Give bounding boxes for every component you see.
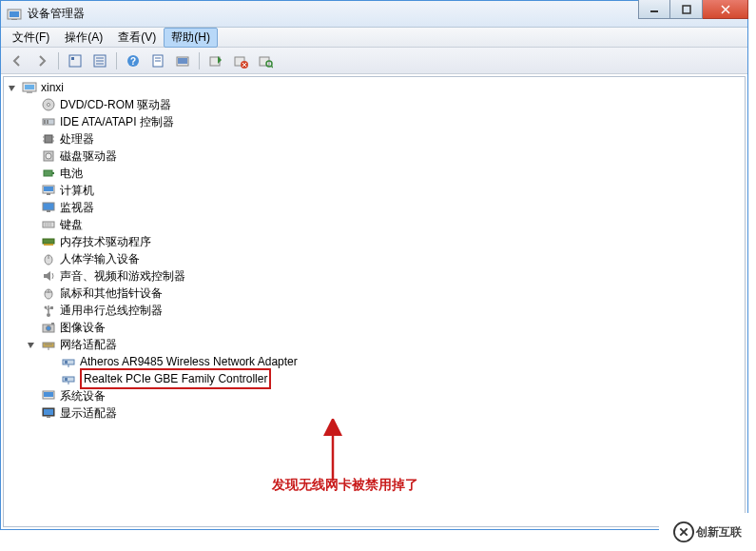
svg-rect-64 (51, 323, 54, 325)
tree-root-node[interactable]: xinxi (8, 79, 741, 96)
svg-rect-40 (52, 172, 54, 174)
svg-rect-1 (10, 11, 19, 17)
tree-category[interactable]: 磁盘驱动器 (8, 148, 741, 165)
close-button[interactable] (703, 0, 748, 19)
annotation-arrow (314, 419, 352, 485)
svg-rect-69 (65, 361, 68, 364)
svg-rect-32 (45, 135, 52, 143)
svg-rect-45 (47, 210, 50, 212)
hid-icon (41, 251, 56, 266)
tree-label: 键盘 (60, 216, 83, 233)
svg-rect-43 (47, 193, 50, 195)
tree-category[interactable]: 键盘 (8, 216, 741, 233)
tree-category[interactable]: 声音、视频和游戏控制器 (8, 267, 741, 285)
battery-icon (41, 166, 56, 181)
svg-rect-46 (43, 222, 54, 227)
svg-rect-25 (25, 85, 34, 89)
tree-label: 处理器 (60, 130, 94, 148)
sound-icon (41, 268, 56, 284)
svg-line-23 (271, 66, 273, 68)
tree-label: 内存技术驱动程序 (60, 233, 151, 250)
svg-rect-78 (47, 416, 50, 418)
scan-icon (258, 53, 273, 69)
monitor-icon (41, 200, 56, 215)
tree-label: 鼠标和其他指针设备 (60, 285, 163, 302)
svg-rect-71 (63, 377, 74, 382)
tree-category[interactable]: 鼠标和其他指针设备 (8, 285, 741, 302)
tree-category[interactable]: 内存技术驱动程序 (8, 233, 741, 250)
device-manager-icon (7, 7, 22, 22)
nav-fwd-button[interactable] (30, 50, 53, 71)
tree-category[interactable]: 显示适配器 (8, 404, 741, 422)
tree-label: 电池 (60, 165, 83, 182)
nav-back-icon (10, 53, 25, 69)
menubar: 文件(F) 操作(A) 查看(V) 帮助(H) (1, 28, 747, 48)
minimize-button[interactable] (638, 0, 670, 19)
uninstall-icon (233, 53, 248, 69)
svg-rect-30 (44, 120, 46, 124)
keyboard-icon (41, 217, 56, 232)
tree-device[interactable]: Realtek PCIe GBE Family Controller (8, 370, 741, 387)
svg-rect-3 (650, 10, 658, 12)
svg-rect-77 (44, 409, 53, 415)
help-button[interactable]: ? (122, 50, 145, 71)
nav-back-button[interactable] (6, 50, 29, 71)
display-icon (41, 405, 56, 421)
menu-action[interactable]: 操作(A) (57, 28, 110, 48)
tree-category[interactable]: 图像设备 (8, 319, 741, 336)
tree-label: 通用串行总线控制器 (60, 302, 163, 319)
svg-rect-72 (65, 378, 68, 381)
properties-button[interactable] (146, 50, 169, 71)
uninstall-button[interactable] (229, 50, 252, 71)
tree-category[interactable]: DVD/CD-ROM 驱动器 (8, 96, 741, 113)
menu-view[interactable]: 查看(V) (110, 28, 164, 48)
tree-label: Realtek PCIe GBE Family Controller (80, 368, 271, 389)
svg-rect-49 (43, 239, 54, 244)
annotation-text: 发现无线网卡被禁用掉了 (272, 477, 418, 494)
device-tree[interactable]: xinxiDVD/CD-ROM 驱动器IDE ATA/ATAPI 控制器处理器磁… (3, 76, 746, 527)
watermark-logo-icon (673, 521, 694, 542)
properties-icon (150, 53, 165, 69)
titlebar[interactable]: 设备管理器 (1, 1, 747, 28)
svg-rect-75 (44, 392, 53, 397)
tree-category[interactable]: 监视器 (8, 199, 741, 216)
tree-category[interactable]: IDE ATA/ATAPI 控制器 (8, 113, 741, 130)
tree-category[interactable]: 网络适配器 (8, 336, 741, 353)
usb-icon (41, 303, 56, 318)
tree-category[interactable]: 计算机 (8, 182, 741, 199)
nic-icon (61, 371, 76, 386)
tree-category[interactable]: 人体学输入设备 (8, 250, 741, 267)
svg-rect-50 (44, 244, 53, 246)
refresh-button[interactable] (171, 50, 194, 71)
tree-category[interactable]: 处理器 (8, 130, 741, 148)
help-icon: ? (126, 53, 141, 69)
enable-button[interactable] (204, 50, 227, 71)
show-hidden-button[interactable] (64, 50, 87, 71)
svg-text:?: ? (130, 56, 136, 67)
tree-category[interactable]: 通用串行总线控制器 (8, 302, 741, 319)
details-button[interactable] (88, 50, 111, 71)
tree-label: IDE ATA/ATAPI 控制器 (60, 113, 174, 130)
tree-category[interactable]: 系统设备 (8, 387, 741, 404)
menu-file[interactable]: 文件(F) (5, 28, 57, 48)
menu-help[interactable]: 帮助(H) (164, 28, 218, 48)
tree-label: 声音、视频和游戏控制器 (60, 267, 185, 285)
maximize-button[interactable] (670, 0, 703, 19)
scan-button[interactable] (254, 50, 277, 71)
show-hidden-icon (68, 53, 83, 69)
svg-point-56 (47, 313, 50, 317)
tree-category[interactable]: 电池 (8, 165, 741, 182)
imaging-icon (41, 320, 56, 335)
svg-point-38 (46, 153, 51, 159)
svg-rect-5 (69, 55, 81, 67)
memory-icon (41, 234, 56, 249)
tree-expander[interactable] (27, 340, 37, 350)
tree-label: DVD/CD-ROM 驱动器 (60, 96, 171, 113)
svg-rect-42 (44, 187, 53, 191)
tree-label: 网络适配器 (60, 336, 117, 353)
enable-icon (208, 53, 223, 69)
device-manager-window: 设备管理器 文件(F) 操作(A) 查看(V) 帮助(H) ? xinxiDVD… (0, 0, 748, 530)
computer-root-icon (22, 80, 37, 95)
watermark-text: 创新互联 (696, 524, 742, 541)
tree-expander[interactable] (8, 83, 18, 93)
